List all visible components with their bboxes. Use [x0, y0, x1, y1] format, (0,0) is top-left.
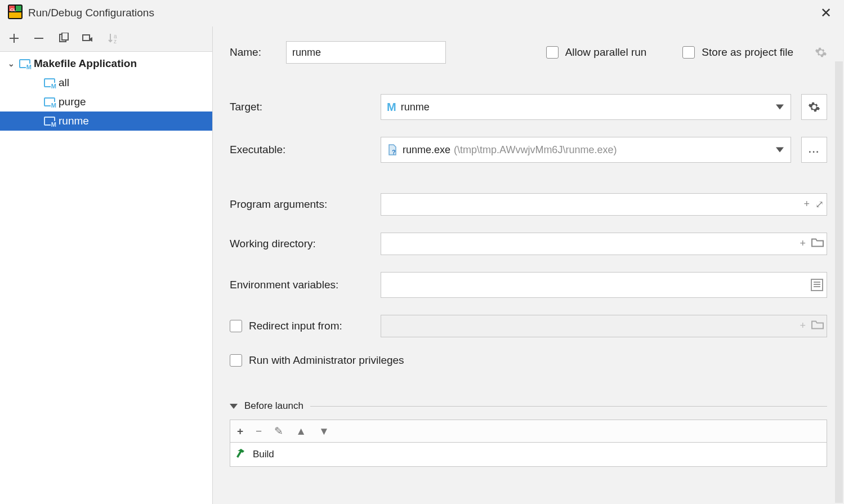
- makefile-icon: [44, 117, 55, 126]
- redirect-checkbox[interactable]: Redirect input from:: [230, 320, 370, 332]
- checkbox-icon: [230, 320, 242, 332]
- program-args-input[interactable]: [381, 193, 827, 216]
- name-input[interactable]: [286, 41, 446, 64]
- admin-checkbox[interactable]: Run with Administrator privileges: [230, 354, 404, 367]
- copy-icon[interactable]: [57, 32, 70, 44]
- move-up-icon[interactable]: ▲: [296, 425, 306, 438]
- before-launch-item-label: Build: [253, 449, 274, 460]
- add-icon[interactable]: +: [237, 425, 243, 438]
- checkbox-icon: [682, 46, 695, 59]
- config-toolbar: az: [0, 26, 212, 52]
- working-dir-label: Working directory:: [230, 238, 370, 250]
- add-icon[interactable]: [8, 32, 20, 44]
- env-list-icon[interactable]: [811, 279, 823, 291]
- executable-label: Executable:: [230, 144, 370, 156]
- edit-icon[interactable]: ✎: [274, 425, 283, 438]
- hammer-icon: [236, 448, 247, 462]
- folder-icon[interactable]: [811, 238, 824, 251]
- executable-path: (\tmp\tmp.AWvwjvMm6J\runme.exe): [454, 144, 617, 156]
- tree-item-runme[interactable]: runme: [0, 111, 212, 131]
- tree-item-label: runme: [59, 115, 89, 127]
- store-project-checkbox[interactable]: Store as project file: [682, 46, 793, 59]
- triangle-down-icon[interactable]: [230, 404, 238, 409]
- sort-icon[interactable]: az: [107, 32, 119, 44]
- folder-icon: [811, 320, 824, 333]
- svg-rect-6: [62, 33, 68, 40]
- target-m-icon: M: [387, 101, 396, 114]
- tree-item-label: all: [59, 77, 69, 89]
- svg-rect-2: [16, 6, 21, 11]
- file-unknown-icon: ?: [387, 144, 398, 155]
- target-settings-button[interactable]: [801, 94, 827, 120]
- insert-macro-icon: +: [800, 320, 806, 333]
- move-down-icon[interactable]: ▼: [319, 425, 329, 438]
- checkbox-icon: [546, 46, 559, 59]
- insert-macro-icon[interactable]: +: [803, 198, 810, 211]
- gear-icon[interactable]: [815, 46, 827, 59]
- save-template-icon[interactable]: [82, 32, 95, 44]
- checkbox-icon: [230, 354, 242, 367]
- store-project-label: Store as project file: [702, 46, 793, 59]
- remove-icon[interactable]: −: [256, 425, 262, 438]
- before-launch-item[interactable]: Build: [230, 442, 827, 467]
- close-icon[interactable]: ✕: [816, 3, 836, 23]
- admin-label: Run with Administrator privileges: [249, 354, 404, 367]
- allow-parallel-checkbox[interactable]: Allow parallel run: [546, 46, 647, 59]
- svg-text:z: z: [114, 38, 117, 44]
- svg-text:CL: CL: [10, 7, 16, 12]
- program-args-label: Program arguments:: [230, 198, 370, 211]
- chevron-down-icon: [776, 148, 784, 153]
- before-launch-label: Before launch: [244, 400, 303, 412]
- remove-icon[interactable]: [33, 32, 45, 44]
- insert-macro-icon[interactable]: +: [800, 238, 806, 251]
- tree-item-label: purge: [59, 96, 86, 108]
- svg-rect-3: [9, 12, 21, 18]
- before-launch-toolbar: + − ✎ ▲ ▼: [230, 420, 827, 442]
- working-dir-input[interactable]: [381, 233, 827, 255]
- name-label: Name:: [230, 46, 269, 59]
- makefile-icon: [19, 59, 30, 68]
- tree-parent-label: Makefile Application: [34, 57, 137, 70]
- redirect-input: [381, 315, 827, 337]
- env-label: Environment variables:: [230, 279, 370, 291]
- executable-select[interactable]: ? runme.exe (\tmp\tmp.AWvwjvMm6J\runme.e…: [381, 137, 791, 163]
- target-value: runme: [401, 101, 430, 113]
- scrollbar[interactable]: [835, 61, 843, 503]
- allow-parallel-label: Allow parallel run: [565, 46, 647, 59]
- tree-item-all[interactable]: all: [0, 73, 212, 92]
- makefile-icon: [44, 97, 55, 106]
- tree-parent-makefile[interactable]: ⌄ Makefile Application: [0, 54, 212, 73]
- target-label: Target:: [230, 101, 370, 113]
- app-logo-icon: CL: [8, 5, 23, 22]
- makefile-icon: [44, 78, 55, 87]
- window-title: Run/Debug Configurations: [28, 7, 810, 19]
- env-input[interactable]: [381, 272, 827, 298]
- tree-item-purge[interactable]: purge: [0, 92, 212, 111]
- svg-text:?: ?: [392, 149, 396, 155]
- target-select[interactable]: M runme: [381, 94, 791, 120]
- executable-value: runme.exe: [403, 144, 450, 156]
- redirect-label: Redirect input from:: [249, 320, 342, 332]
- config-tree: ⌄ Makefile Application all purge runme: [0, 52, 212, 504]
- chevron-down-icon: ⌄: [8, 59, 16, 68]
- chevron-down-icon: [776, 105, 784, 110]
- expand-icon[interactable]: ⤢: [815, 198, 824, 211]
- executable-browse-button[interactable]: ...: [801, 137, 827, 163]
- divider: [310, 406, 827, 407]
